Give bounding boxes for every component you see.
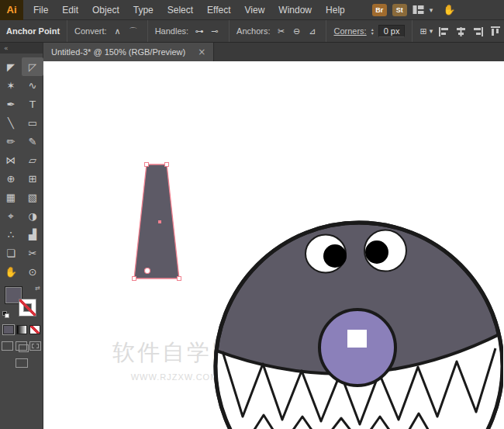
direct-selection-tool[interactable]: ◸ xyxy=(22,57,43,76)
corners-link[interactable]: Corners: xyxy=(333,26,366,36)
connect-anchors-button[interactable]: ⊿ xyxy=(305,24,319,38)
divider xyxy=(412,20,413,42)
menu-select[interactable]: Select xyxy=(161,0,200,20)
toolbar-collapse-button[interactable]: « xyxy=(0,43,43,54)
document-tab[interactable]: Untitled-3* @ 150% (RGB/Preview) × xyxy=(43,43,214,61)
tool-icon: ✒ xyxy=(7,99,16,109)
mesh-tool[interactable]: ▦ xyxy=(0,188,22,206)
magic-wand-tool[interactable]: ✶ xyxy=(0,76,22,95)
paintbrush-tool[interactable]: ✏ xyxy=(0,132,22,150)
menu-edit[interactable]: Edit xyxy=(55,0,85,20)
cut-path-button[interactable]: ✂ xyxy=(274,24,288,38)
tab-close-icon[interactable]: × xyxy=(198,47,205,57)
document-area: Untitled-3* @ 150% (RGB/Preview) × 软件自学网… xyxy=(43,43,504,429)
remove-anchor-button[interactable]: ⊖ xyxy=(289,24,303,38)
column-graph-tool[interactable]: ▟ xyxy=(22,225,43,244)
anchor-point[interactable] xyxy=(133,277,136,281)
shape-builder-tool[interactable]: ⊕ xyxy=(0,169,22,188)
eyedropper-tool[interactable]: ⌖ xyxy=(0,206,22,225)
width-tool[interactable]: ⋈ xyxy=(0,150,22,169)
pencil-tool[interactable]: ✎ xyxy=(22,132,43,150)
tool-icon: ✏ xyxy=(7,137,16,147)
zoom-tool[interactable]: ⊙ xyxy=(22,262,43,281)
illustrator-app: Ai FileEditObjectTypeSelectEffectViewWin… xyxy=(0,0,504,429)
handles-icons: ⊶⊸ xyxy=(192,24,222,38)
bridge-button[interactable]: Br xyxy=(372,4,387,16)
perspective-grid-tool[interactable]: ⊞ xyxy=(22,169,43,188)
workspace-switcher-icon[interactable] xyxy=(413,5,424,15)
menu-file[interactable]: File xyxy=(26,0,55,20)
corners-stepper[interactable]: ▴ ▾ xyxy=(371,27,375,35)
illustrator-logo[interactable]: Ai xyxy=(0,0,23,20)
canvas[interactable]: 软件自学网 www.rjzxw.com xyxy=(43,61,504,429)
menu-effect[interactable]: Effect xyxy=(200,0,237,20)
align-buttons xyxy=(437,24,504,38)
live-corner-widget[interactable] xyxy=(145,268,150,274)
tool-icon: ▦ xyxy=(6,192,16,202)
gradient-tool[interactable]: ▧ xyxy=(22,188,43,206)
none-button[interactable] xyxy=(29,325,40,334)
draw-mode-buttons xyxy=(0,341,43,351)
show-handles-button[interactable]: ⊶ xyxy=(192,24,206,38)
draw-inside-button[interactable] xyxy=(29,341,41,351)
divider xyxy=(326,20,326,42)
tool-icon: ✂ xyxy=(29,248,37,258)
line-segment-tool[interactable]: ╲ xyxy=(0,113,22,132)
slice-tool[interactable]: ✂ xyxy=(22,244,43,262)
free-transform-tool[interactable]: ▱ xyxy=(22,150,43,169)
workspace: « ◤ ◸ ✶ ∿ ✒ T ╲ ▭ xyxy=(0,43,504,429)
hand-tool[interactable]: ✋ xyxy=(0,262,22,281)
change-screen-mode-button[interactable] xyxy=(16,358,28,368)
align-horizontal-right-button[interactable] xyxy=(471,24,485,38)
pen-tool[interactable]: ✒ xyxy=(0,95,22,113)
stroke-color-swatch[interactable] xyxy=(19,299,36,317)
align-horizontal-center-button[interactable] xyxy=(454,24,468,38)
tool-grid: ◤ ◸ ✶ ∿ ✒ T ╲ ▭ ✏ ✎ xyxy=(0,54,43,281)
default-fill-stroke-icon[interactable] xyxy=(2,311,9,318)
divider xyxy=(67,20,67,42)
tool-icon: ❏ xyxy=(6,248,16,258)
align-horizontal-left-button[interactable] xyxy=(437,24,450,38)
character-artwork[interactable] xyxy=(202,223,503,429)
color-button[interactable] xyxy=(3,325,14,334)
symbol-sprayer-tool[interactable]: ∴ xyxy=(0,225,22,244)
document-tab-bar: Untitled-3* @ 150% (RGB/Preview) × xyxy=(43,43,504,61)
menu-window[interactable]: Window xyxy=(271,0,319,20)
blend-tool[interactable]: ◑ xyxy=(22,206,43,225)
lasso-tool[interactable]: ∿ xyxy=(22,76,43,95)
stock-button[interactable]: St xyxy=(392,4,407,16)
tool-icon: ✋ xyxy=(5,267,17,277)
align-vertical-top-button[interactable] xyxy=(488,24,502,38)
convert-label: Convert: xyxy=(74,26,107,36)
tool-icon: ⊕ xyxy=(7,174,16,184)
anchors-label: Anchors: xyxy=(236,26,270,36)
menu-help[interactable]: Help xyxy=(319,0,352,20)
more-options-button[interactable]: ⊞ ▾ xyxy=(419,26,433,36)
anchor-point[interactable] xyxy=(178,277,181,281)
tool-icon: ∿ xyxy=(29,81,37,91)
convert-to-corner-button[interactable]: ∧ xyxy=(111,24,125,38)
anchor-point[interactable] xyxy=(165,163,169,167)
swap-fill-stroke-icon[interactable]: ⇄ xyxy=(35,285,40,292)
draw-normal-button[interactable] xyxy=(2,341,13,351)
type-tool[interactable]: T xyxy=(22,95,43,113)
tool-icon: ⌖ xyxy=(8,211,13,221)
document-tab-title: Untitled-3* @ 150% (RGB/Preview) xyxy=(51,47,185,57)
chevron-down-icon[interactable]: ▾ xyxy=(430,6,433,14)
draw-behind-button[interactable] xyxy=(16,341,27,351)
menu-type[interactable]: Type xyxy=(126,0,161,20)
artboard-tool[interactable]: ❏ xyxy=(0,244,22,262)
menu-view[interactable]: View xyxy=(238,0,272,20)
control-bar: Anchor Point Convert: ∧⌒ Handles: ⊶⊸ Anc… xyxy=(0,20,504,43)
anchor-point[interactable] xyxy=(145,163,149,167)
hide-handles-button[interactable]: ⊸ xyxy=(208,24,222,38)
rectangle-tool[interactable]: ▭ xyxy=(22,113,43,132)
gradient-button[interactable] xyxy=(16,325,27,334)
corners-value-field[interactable]: 0 px xyxy=(378,25,406,37)
hand-icon[interactable]: ✋ xyxy=(443,4,455,16)
selected-trapezoid-shape[interactable] xyxy=(133,163,181,281)
menu-object[interactable]: Object xyxy=(85,0,126,20)
stepper-down-icon[interactable]: ▾ xyxy=(371,31,374,35)
convert-to-smooth-button[interactable]: ⌒ xyxy=(126,24,140,38)
selection-tool[interactable]: ◤ xyxy=(0,57,22,76)
